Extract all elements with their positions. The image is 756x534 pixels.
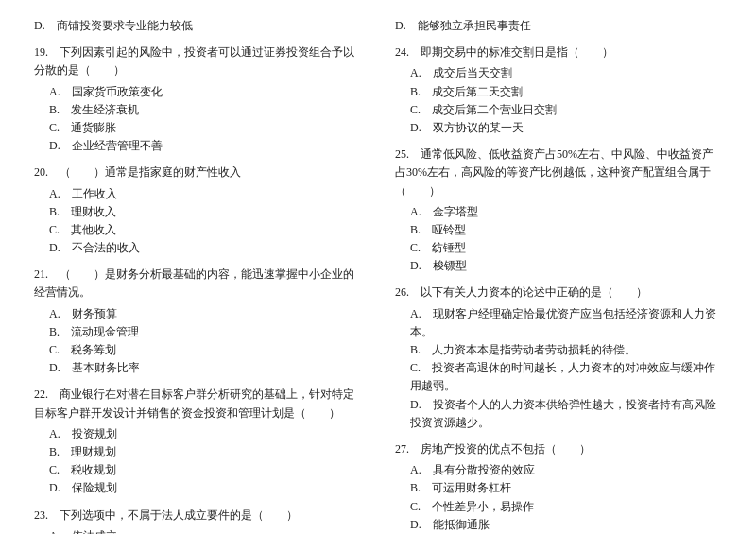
question-title: 22. 商业银行在对潜在目标客户群分析研究的基础上，针对特定目标客户群开发设计并… xyxy=(34,386,361,422)
option-item: C. 税务筹划 xyxy=(34,341,361,359)
option-item: C. 成交后第二个营业日交割 xyxy=(395,101,722,119)
question-title: 27. 房地产投资的优点不包括（ ） xyxy=(395,440,722,458)
option-item: B. 发生经济衰机 xyxy=(34,101,361,119)
page-content: D. 商铺投资要求专业能力较低19. 下列因素引起的风险中，投资者可以通过证券投… xyxy=(34,17,722,534)
right-column: D. 能够独立承担民事责任24. 即期交易中的标准交割日是指（ ）A. 成交后当… xyxy=(378,17,722,534)
option-item: A. 财务预算 xyxy=(34,305,361,323)
option-item: D. 保险规划 xyxy=(34,479,361,497)
option-item: B. 理财收入 xyxy=(34,203,361,221)
option-item: D. 企业经营管理不善 xyxy=(34,137,361,155)
question-title: 26. 以下有关人力资本的论述中正确的是（ ） xyxy=(395,284,722,301)
option-item: A. 现财客户经理确定恰最优资产应当包括经济资源和人力资本。 xyxy=(395,305,722,341)
question-block: 27. 房地产投资的优点不包括（ ）A. 具有分散投资的效应B. 可运用财务杠杆… xyxy=(395,440,722,534)
option-item: A. 金字塔型 xyxy=(395,203,722,221)
left-column: D. 商铺投资要求专业能力较低19. 下列因素引起的风险中，投资者可以通过证券投… xyxy=(34,17,378,534)
question-title: D. 能够独立承担民事责任 xyxy=(395,17,722,35)
question-title: 20. （ ）通常是指家庭的财产性收入 xyxy=(34,164,361,181)
question-block: 23. 下列选项中，不属于法人成立要件的是（ ）A. 依法成立B. 有明确的承担… xyxy=(34,507,361,535)
question-title: 25. 通常低风险、低收益资产占50%左右、中风险、中收益资产占30%左右，高风… xyxy=(395,146,722,200)
question-block: 26. 以下有关人力资本的论述中正确的是（ ）A. 现财客户经理确定恰最优资产应… xyxy=(395,284,722,432)
option-item: C. 税收规划 xyxy=(34,461,361,479)
option-item: B. 成交后第二天交割 xyxy=(395,83,722,101)
option-item: D. 双方协议的某一天 xyxy=(395,119,722,137)
option-item: D. 不合法的收入 xyxy=(34,239,361,257)
question-block: 25. 通常低风险、低收益资产占50%左右、中风险、中收益资产占30%左右，高风… xyxy=(395,146,722,275)
option-item: C. 投资者高退休的时间越长，人力资本的对冲效应与缓冲作用越弱。 xyxy=(395,359,722,395)
option-item: A. 工作收入 xyxy=(34,185,361,203)
question-block: 24. 即期交易中的标准交割日是指（ ）A. 成交后当天交割B. 成交后第二天交… xyxy=(395,43,722,137)
option-item: C. 纺锤型 xyxy=(395,239,722,257)
question-block: D. 商铺投资要求专业能力较低 xyxy=(34,17,361,35)
question-block: 19. 下列因素引起的风险中，投资者可以通过证券投资组合予以分散的是（ ）A. … xyxy=(34,43,361,155)
question-block: 20. （ ）通常是指家庭的财产性收入A. 工作收入B. 理财收入C. 其他收入… xyxy=(34,164,361,257)
option-item: B. 理财规划 xyxy=(34,443,361,461)
option-item: B. 可运用财务杠杆 xyxy=(395,479,722,497)
question-title: D. 商铺投资要求专业能力较低 xyxy=(34,17,361,35)
option-item: A. 具有分散投资的效应 xyxy=(395,461,722,479)
question-title: 19. 下列因素引起的风险中，投资者可以通过证券投资组合予以分散的是（ ） xyxy=(34,43,361,79)
option-item: B. 哑铃型 xyxy=(395,221,722,239)
option-item: D. 基本财务比率 xyxy=(34,359,361,377)
question-block: D. 能够独立承担民事责任 xyxy=(395,17,722,35)
option-item: B. 流动现金管理 xyxy=(34,323,361,341)
question-title: 24. 即期交易中的标准交割日是指（ ） xyxy=(395,43,722,61)
option-item: D. 能抵御通胀 xyxy=(395,516,722,534)
option-item: A. 成交后当天交割 xyxy=(395,64,722,82)
option-item: B. 人力资本本是指劳动者劳动损耗的待偿。 xyxy=(395,341,722,359)
option-item: D. 投资者个人的人力资本供给弹性越大，投资者持有高风险投资资源越少。 xyxy=(395,396,722,432)
option-item: A. 国家货币政策变化 xyxy=(34,83,361,101)
question-title: 23. 下列选项中，不属于法人成立要件的是（ ） xyxy=(34,507,361,525)
option-item: A. 依法成立 xyxy=(34,527,361,534)
two-column-layout: D. 商铺投资要求专业能力较低19. 下列因素引起的风险中，投资者可以通过证券投… xyxy=(34,17,722,534)
question-block: 21. （ ）是财务分析最基础的内容，能迅速掌握中小企业的经营情况。A. 财务预… xyxy=(34,266,361,377)
option-item: D. 梭镖型 xyxy=(395,257,722,275)
option-item: C. 通货膨胀 xyxy=(34,119,361,137)
option-item: C. 其他收入 xyxy=(34,221,361,239)
option-item: C. 个性差异小，易操作 xyxy=(395,498,722,516)
option-item: A. 投资规划 xyxy=(34,425,361,443)
question-title: 21. （ ）是财务分析最基础的内容，能迅速掌握中小企业的经营情况。 xyxy=(34,266,361,301)
question-block: 22. 商业银行在对潜在目标客户群分析研究的基础上，针对特定目标客户群开发设计并… xyxy=(34,386,361,497)
